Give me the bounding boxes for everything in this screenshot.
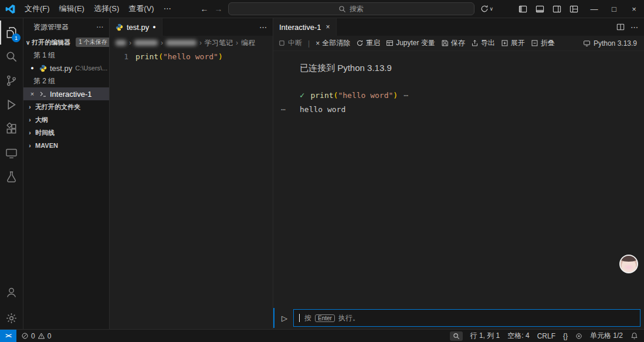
kernel-picker[interactable]: Python 3.13.9 [583,39,639,48]
modified-dot-icon[interactable]: ● [152,24,155,30]
toggle-secondary-sidebar-icon[interactable] [553,5,561,13]
code-editor[interactable]: 1 print("hello word") [110,50,273,329]
expand-all-button[interactable]: 展开 [501,38,525,48]
maximize-button[interactable]: □ [604,0,624,18]
eol-status[interactable]: CRLF [537,332,555,340]
open-editors-header[interactable]: ∨ 打开的编辑器 1 个未保存 [23,36,109,49]
cell-success-check-icon: ✓ [300,90,304,100]
editor-group-2: Interactive-1 × ⋯ 中断 | × 全部清 [273,18,644,329]
remote-explorer-icon[interactable] [0,141,23,165]
notifications-bell-icon[interactable] [631,332,638,340]
section-no-folder[interactable]: › 无打开的文件夹 [23,100,109,113]
indentation-status[interactable]: 空格: 4 [507,331,529,341]
activity-bar: 1 [0,18,23,329]
breadcrumb-redacted-segment[interactable] [116,40,126,46]
open-editor-test-py[interactable]: ● test.py C:\Users\... [23,62,109,75]
forward-icon[interactable]: → [212,4,226,13]
search-placeholder: 搜索 [350,4,364,14]
settings-gear-icon[interactable] [0,307,23,329]
editor-group-1-label: 第 1 组 [23,49,109,62]
section-outline[interactable]: › 大纲 [23,113,109,126]
collapse-all-button[interactable]: 折叠 [531,38,555,48]
accounts-icon[interactable] [0,280,23,304]
cell-more-actions[interactable]: ⋯ [404,91,409,100]
clear-all-icon: × [316,39,320,48]
tab-interactive-1[interactable]: Interactive-1 × [273,18,337,36]
menu-file[interactable]: 文件(F) [20,2,55,15]
export-icon [471,39,479,47]
close-tab-icon[interactable]: × [326,23,330,31]
explorer-icon[interactable]: 1 [0,21,23,45]
toggle-primary-sidebar-icon[interactable] [518,5,527,13]
tab-test-py[interactable]: test.py ● [110,18,162,36]
editor-more-actions[interactable]: ⋯ [259,23,267,32]
menu-edit[interactable]: 编辑(E) [55,2,89,15]
restart-button[interactable]: 重启 [356,38,380,48]
modified-dot-icon: ● [28,65,36,71]
command-center-search[interactable]: 搜索 [228,2,474,15]
language-mode-status[interactable]: {} [563,332,568,340]
toolbar-divider: | [308,39,310,48]
input-hint-suffix: 执行。 [338,313,360,323]
close-button[interactable]: × [624,0,644,18]
source-control-icon[interactable] [0,69,23,93]
cursor-position-status[interactable]: 行 1, 列 1 [470,331,500,341]
code-line: print("hello word") [135,51,223,62]
output-more-actions[interactable]: ⋯ [281,105,286,114]
tab-bar: test.py ● ⋯ [110,18,273,36]
section-label: 大纲 [35,116,48,124]
back-icon[interactable]: ← [198,4,212,13]
save-button[interactable]: 保存 [441,38,465,48]
focused-input-accent-bar [273,308,274,328]
chevron-down-icon: ∨ [26,39,30,46]
chevron-right-icon: › [26,130,33,136]
breadcrumb-item[interactable]: 编程 [241,38,255,48]
customize-layout-icon[interactable] [570,5,578,13]
open-editor-interactive-1[interactable]: × Interactive-1 [23,87,109,100]
save-icon [441,39,449,47]
export-button[interactable]: 导出 [471,38,495,48]
minimize-button[interactable]: — [584,0,604,18]
breadcrumb-redacted-segment[interactable] [166,40,196,46]
interactive-code-input[interactable]: 按 Enter 执行。 [293,309,640,327]
interactive-toolbar: 中断 | × 全部清除 重启 Jupyter 变量 保存 [273,36,644,51]
chevron-down-icon: ∨ [490,6,494,12]
run-debug-icon[interactable] [0,93,23,117]
executed-cell[interactable]: ✓ print("hello word") ⋯ [300,90,644,100]
menu-view[interactable]: 查看(V) [124,2,158,15]
user-avatar[interactable] [619,255,638,273]
remote-indicator[interactable]: >< [0,330,16,342]
jupyter-variables-button[interactable]: Jupyter 变量 [386,38,435,48]
python-file-icon [116,23,123,31]
tab-label: test.py [127,23,149,32]
breadcrumb: › › › 学习笔记 › 编程 [110,36,273,50]
split-editor-icon[interactable] [616,23,625,31]
status-circle-icon[interactable] [575,333,582,340]
interactive-window-icon [39,90,47,98]
editor-more-actions[interactable]: ⋯ [631,23,638,32]
clear-all-button[interactable]: × 全部清除 [316,38,350,48]
sync-dropdown-icon[interactable]: ∨ [477,5,497,13]
sidebar-more-actions[interactable]: ⋯ [96,23,103,31]
toggle-panel-icon[interactable] [535,5,544,13]
section-timeline[interactable]: › 时间线 [23,126,109,139]
cell-indicator-status[interactable]: 单元格 1/2 [590,331,623,341]
close-icon[interactable]: × [28,90,36,97]
problems-status[interactable]: 0 0 [16,332,56,340]
search-view-icon[interactable] [0,45,23,69]
breadcrumb-redacted-segment[interactable] [134,40,158,46]
menu-more[interactable]: ⋯ [159,2,176,15]
menu-selection[interactable]: 选择(S) [89,2,124,15]
interrupt-icon [278,39,286,47]
section-maven[interactable]: › MAVEN [23,139,109,152]
breadcrumb-item[interactable]: 学习笔记 [205,38,233,48]
testing-flask-icon[interactable] [0,165,23,189]
run-input-icon[interactable]: ▷ [282,314,287,323]
extensions-icon[interactable] [0,117,23,141]
expand-all-icon [501,39,509,47]
status-search-icon[interactable] [450,331,463,341]
kernel-icon [583,39,591,47]
interrupt-button[interactable]: 中断 [278,38,302,48]
editor-group-2-label: 第 2 组 [23,75,109,87]
chevron-right-icon: › [26,104,33,110]
